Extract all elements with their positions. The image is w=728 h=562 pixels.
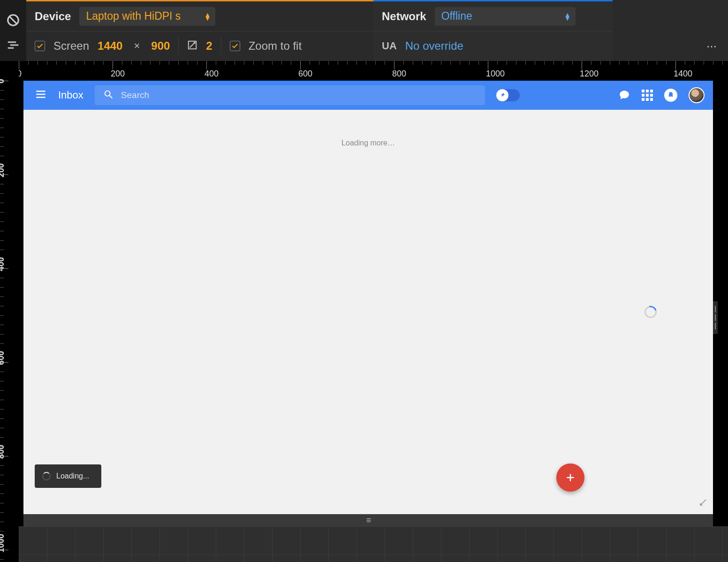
chat-icon[interactable] — [618, 89, 630, 101]
hamburger-icon[interactable] — [35, 88, 47, 102]
screen-label: Screen — [53, 39, 89, 53]
svg-rect-2 — [8, 41, 16, 43]
pin-icon — [496, 89, 508, 101]
svg-rect-3 — [10, 45, 19, 46]
network-select[interactable]: Offline ▲▼ — [435, 7, 576, 26]
zoom-label: Zoom to fit — [249, 39, 302, 53]
apps-icon[interactable] — [642, 90, 653, 101]
screen-checkbox[interactable] — [35, 41, 45, 51]
search-input[interactable] — [121, 90, 477, 100]
device-panel: Device Laptop with HiDPI s ▲▼ Screen 144… — [26, 0, 373, 61]
spinner-icon — [42, 472, 51, 480]
network-select-value: Offline — [441, 10, 472, 23]
zoom-checkbox[interactable] — [230, 41, 240, 51]
notifications-icon[interactable] — [664, 89, 677, 102]
avatar[interactable] — [689, 87, 705, 103]
chevron-updown-icon: ▲▼ — [564, 13, 571, 20]
device-select[interactable]: Laptop with HiDPI s ▲▼ — [79, 7, 215, 26]
screen-width[interactable]: 1440 — [98, 39, 122, 53]
toast-text: Loading... — [56, 472, 89, 480]
svg-rect-4 — [8, 47, 14, 49]
canvas-grid — [19, 526, 728, 562]
svg-line-7 — [110, 96, 113, 99]
loading-toast: Loading... — [35, 464, 101, 488]
grip-icon: ≡ — [366, 516, 371, 525]
devtools-side-icons — [0, 0, 26, 61]
compose-button[interactable] — [556, 463, 584, 492]
search-bar[interactable] — [95, 85, 485, 105]
more-icon[interactable]: ⋯ — [706, 40, 719, 53]
times-icon: × — [131, 40, 143, 52]
ua-value[interactable]: No override — [405, 39, 463, 53]
svg-point-6 — [105, 91, 110, 96]
app-title: Inbox — [58, 89, 83, 101]
ruler-horizontal: 0200400600800100012001400 — [19, 61, 728, 81]
dpr-value[interactable]: 2 — [206, 39, 212, 53]
inbox-header: Inbox — [23, 81, 713, 110]
resize-corner-icon[interactable] — [699, 498, 707, 509]
ruler-vertical: 02004006008001000 — [0, 61, 19, 562]
screen-height[interactable]: 900 — [151, 39, 170, 53]
network-panel: Network Offline ▲▼ UA No override — [373, 0, 613, 61]
inbox-app: Inbox Loadin — [23, 81, 713, 514]
drawer-handle[interactable]: ≡ — [23, 514, 713, 526]
device-select-value: Laptop with HiDPI s — [86, 10, 181, 23]
emulated-viewport: Inbox Loadin — [23, 81, 713, 514]
network-label: Network — [382, 10, 426, 23]
side-drag-handle[interactable] — [713, 301, 718, 334]
devtools-toolbar: Device Laptop with HiDPI s ▲▼ Screen 144… — [0, 0, 728, 61]
svg-line-1 — [10, 17, 17, 24]
ua-label: UA — [382, 40, 397, 52]
pin-toggle[interactable] — [496, 89, 520, 101]
dpr-icon — [187, 40, 197, 52]
chevron-updown-icon: ▲▼ — [205, 13, 211, 20]
device-label: Device — [35, 10, 71, 23]
filter-icon[interactable] — [6, 38, 20, 54]
no-entry-icon[interactable] — [6, 13, 20, 29]
loading-more-text: Loading more… — [23, 139, 713, 147]
hangouts-spinner-icon — [642, 304, 659, 320]
search-icon — [103, 89, 114, 101]
